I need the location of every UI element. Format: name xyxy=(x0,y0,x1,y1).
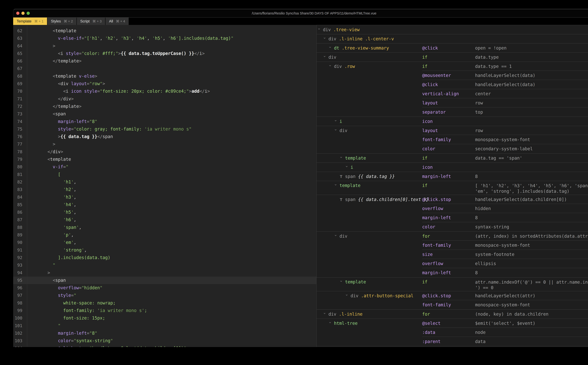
tree-row-attribute[interactable]: overflowhidden xyxy=(317,204,588,213)
tree-row-node[interactable]: ›iicon xyxy=(317,162,588,172)
tree-row-attribute[interactable]: layoutrow xyxy=(317,98,588,107)
code-line[interactable]: 104 @click.stop="handleLayerSelect(data.… xyxy=(13,344,316,347)
code-line[interactable]: 103 color="syntax-string" xyxy=(13,337,316,344)
code-line[interactable]: 67 xyxy=(13,65,316,72)
code-line[interactable]: 82 'h1', xyxy=(13,178,316,186)
code-line[interactable]: 63 v-else-if="['h1', 'h2', 'h3', 'h4', '… xyxy=(13,35,316,42)
tree-row-attribute[interactable]: :parentdata xyxy=(317,337,588,346)
code-line[interactable]: 76 >{{ data.tag }}</span xyxy=(13,133,316,140)
code-line[interactable]: 92 ].includes(data.tag) xyxy=(13,254,316,261)
tree-row-attribute[interactable]: vertical-aligncenter xyxy=(317,89,588,98)
chevron-down-icon[interactable]: › xyxy=(334,120,338,123)
code-line[interactable]: 73 <span xyxy=(13,110,316,118)
tree-row-node[interactable]: ›divfor(attr, index) in sortedAttributes… xyxy=(317,232,588,241)
code-line[interactable]: 79 <template xyxy=(13,155,316,163)
chevron-down-icon[interactable]: › xyxy=(339,281,344,283)
tree-row-node[interactable]: ›templateifdata.tag == 'span' xyxy=(317,153,588,162)
chevron-down-icon[interactable]: › xyxy=(334,129,338,132)
tree-row-node[interactable]: Tspan {{ data.children[0].text }}@click.… xyxy=(317,195,588,204)
tree-row-node[interactable]: ›divifdata.type xyxy=(317,52,588,62)
code-editor-pane[interactable]: 62 <template63 v-else-if="['h1', 'h2', '… xyxy=(13,25,316,347)
code-line[interactable]: 81 [ xyxy=(13,171,316,178)
code-line[interactable]: 74 margin-left="8" xyxy=(13,118,316,125)
chevron-down-icon[interactable]: › xyxy=(317,28,322,31)
code-line[interactable]: 64 > xyxy=(13,42,316,50)
tree-attribute-name: separator xyxy=(422,110,446,115)
tree-row-attribute[interactable]: margin-left8 xyxy=(317,268,588,277)
tree-row-node[interactable]: ›templateif[ 'h1', 'h2', 'h3', 'h4', 'h5… xyxy=(317,181,588,195)
code-line[interactable]: 89 'p', xyxy=(13,231,316,239)
tree-row-node[interactable]: ›iicon xyxy=(317,117,588,126)
tree-row-attribute[interactable]: font-familymonospace-system-font xyxy=(317,241,588,250)
tree-node-name: ›div .l-inline xyxy=(323,312,363,317)
chevron-down-icon[interactable]: › xyxy=(322,37,327,41)
chevron-down-icon[interactable]: › xyxy=(328,65,333,68)
code-line[interactable]: 70 <i icon style="font-size: 20px; color… xyxy=(13,87,316,95)
code-line[interactable]: 83 'h2', xyxy=(13,186,316,193)
tab-styles[interactable]: Styles⌘ + 2 xyxy=(47,18,77,25)
tree-row-attribute[interactable]: separatortop xyxy=(317,107,588,117)
code-line[interactable]: 95 <span xyxy=(13,277,316,284)
code-line[interactable]: 97 style=" xyxy=(13,292,316,299)
tree-row-node[interactable]: ›templateifattr.name.indexOf('@') == 0 |… xyxy=(317,277,588,291)
tree-row-node[interactable]: ›div .tree-view xyxy=(317,25,588,34)
tree-row-node[interactable]: ›div .l-inline .l-center-v xyxy=(317,34,588,43)
code-line[interactable]: 96 overflow="hidden" xyxy=(13,284,316,292)
chevron-down-icon[interactable]: › xyxy=(339,157,344,160)
tab-script[interactable]: Script⌘ + 3 xyxy=(77,18,105,25)
chevron-down-icon[interactable]: › xyxy=(344,294,349,297)
code-line[interactable]: 66 </template> xyxy=(13,57,316,65)
code-line[interactable]: 90 'em', xyxy=(13,239,316,246)
code-line[interactable]: 98 white-space: nowrap; xyxy=(13,299,316,307)
code-line[interactable]: 78 </div> xyxy=(13,148,316,155)
tree-row-node[interactable]: ›dt .tree-view-summary@clickopen = !open xyxy=(317,43,588,52)
chevron-down-icon[interactable]: › xyxy=(322,313,327,316)
tree-row-attribute[interactable]: colorsyntax-string xyxy=(317,222,588,232)
tree-row-node[interactable]: Tspan {{ data.tag }}margin-left8 xyxy=(317,172,588,181)
tree-row-node[interactable]: ›html-tree@select$emit('select', $event) xyxy=(317,319,588,328)
code-line[interactable]: 85 'h4', xyxy=(13,201,316,209)
code-line[interactable]: 68 <template v-else> xyxy=(13,72,316,80)
tree-row-attribute[interactable]: overflowellipsis xyxy=(317,259,588,268)
tab-all[interactable]: All⌘ + 4 xyxy=(105,18,129,25)
code-line[interactable]: 101 " xyxy=(13,322,316,330)
code-line[interactable]: 88 'span', xyxy=(13,224,316,231)
tab-template[interactable]: Template⌘ + 1 xyxy=(13,18,47,25)
code-line[interactable]: 69 <div layout="row"> xyxy=(13,80,316,87)
code-line[interactable]: 93 " xyxy=(13,261,316,269)
tree-row-node[interactable]: ›div .l-inlinefor(node, key) in data.chi… xyxy=(317,309,588,319)
chevron-down-icon[interactable]: › xyxy=(328,322,333,325)
code-line[interactable]: 77 > xyxy=(13,140,316,148)
tree-row-attribute[interactable]: :datanode xyxy=(317,328,588,337)
code-line[interactable]: 80 v-if=" xyxy=(13,163,316,171)
tree-row-attribute[interactable]: font-familymonospace-system-font xyxy=(317,135,588,144)
code-line[interactable]: 71 </div> xyxy=(13,95,316,103)
tree-row-node[interactable]: ›div .rowifdata.type == 1 xyxy=(317,62,588,71)
code-line[interactable]: 86 'h5', xyxy=(13,209,316,216)
tree-row-attribute[interactable]: margin-left8 xyxy=(317,213,588,222)
tree-row-attribute[interactable]: font-familymonospace-system-font xyxy=(317,300,588,309)
code-line[interactable]: 91 'strong', xyxy=(13,246,316,254)
tree-row-attribute[interactable]: @mouseenterhandleLayerSelect(data) xyxy=(317,71,588,80)
tree-attribute-name: margin-left xyxy=(422,215,451,220)
code-line[interactable]: 84 'h3', xyxy=(13,193,316,201)
code-line[interactable]: 94 > xyxy=(13,269,316,277)
code-line[interactable]: 65 <i style="color: #fff;">{{ data.tag.t… xyxy=(13,50,316,57)
chevron-down-icon[interactable]: › xyxy=(322,56,327,59)
chevron-down-icon[interactable]: › xyxy=(334,235,338,238)
code-line[interactable]: 102 margin-left="8" xyxy=(13,330,316,337)
chevron-down-icon[interactable]: › xyxy=(344,166,349,169)
tree-row-attribute[interactable]: sizesystem-footnote xyxy=(317,250,588,259)
tree-row-attribute[interactable]: colorsecondary-system-label xyxy=(317,144,588,153)
tree-row-node[interactable]: ›divlayoutrow xyxy=(317,126,588,135)
chevron-down-icon[interactable]: › xyxy=(328,47,333,50)
tree-row-attribute[interactable]: @clickhandleLayerSelect(data) xyxy=(317,80,588,89)
chevron-down-icon[interactable]: › xyxy=(334,184,338,187)
tree-row-node[interactable]: ›div .attr-button-special@click.stophand… xyxy=(317,291,588,300)
code-line[interactable]: 87 'h6', xyxy=(13,216,316,224)
code-line[interactable]: 99 font-family: 'ia writer mono s'; xyxy=(13,307,316,314)
code-line[interactable]: 100 font-size: 15px; xyxy=(13,314,316,322)
code-line[interactable]: 62 <template xyxy=(13,27,316,35)
code-line[interactable]: 75 style="color: gray; font-family: 'ia … xyxy=(13,125,316,133)
code-line[interactable]: 72 </template> xyxy=(13,103,316,110)
